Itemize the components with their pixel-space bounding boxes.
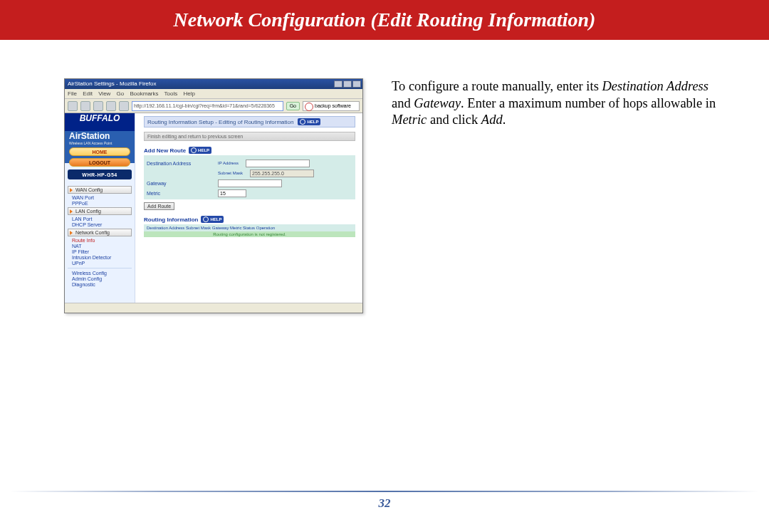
- home-button[interactable]: HOME: [69, 147, 130, 156]
- sidebar-item-wan-config[interactable]: WAN Config: [68, 186, 132, 194]
- brand-logo: BUFFALO: [65, 113, 135, 131]
- sidebar-item-wireless[interactable]: Wireless Config: [68, 271, 132, 276]
- window-buttons: [334, 79, 362, 89]
- add-route-button[interactable]: Add Route: [144, 202, 174, 210]
- browser-screenshot: AirStation Settings - Mozilla Firefox Fi…: [64, 78, 363, 313]
- finish-bar[interactable]: Finish editing and return to previous sc…: [144, 132, 355, 141]
- mask-mini-label: Subnet Mask: [218, 171, 243, 175]
- window-title-text: AirStation Settings - Mozilla Firefox: [68, 79, 157, 89]
- gateway-label: Gateway: [147, 181, 211, 186]
- panel-title-text: Routing Information Setup - Editing of R…: [147, 119, 293, 125]
- desc-1i: .: [503, 113, 506, 127]
- routing-info-label: Routing Information: [144, 217, 198, 223]
- help-badge[interactable]: HELP: [298, 118, 320, 125]
- address-bar[interactable]: http://192.168.11.1/cgi-bin/cgi?req=frm&…: [132, 101, 283, 111]
- stop-icon[interactable]: [106, 101, 116, 111]
- menu-go[interactable]: Go: [117, 90, 125, 97]
- ip-mini-label: IP Address: [218, 161, 239, 165]
- minimize-icon[interactable]: [334, 80, 342, 88]
- home-icon[interactable]: [119, 101, 129, 111]
- browser-toolbar: http://192.168.11.1/cgi-bin/cgi?req=frm&…: [65, 99, 362, 113]
- ip-input[interactable]: [246, 160, 310, 167]
- sidebar-item-ip-filter[interactable]: IP Filter: [68, 249, 132, 254]
- menu-bookmarks[interactable]: Bookmarks: [130, 90, 159, 97]
- desc-1c: and: [392, 96, 414, 110]
- sidebar-item-lan-port[interactable]: LAN Port: [68, 217, 132, 221]
- brand-subtitle: Wireless LAN Access Point: [65, 141, 135, 145]
- sidebar-separator: [68, 268, 132, 268]
- sidebar-item-pppoe[interactable]: PPPoE: [68, 201, 132, 206]
- routing-table-header: Destination Address Subnet Mask Gateway …: [144, 224, 355, 231]
- add-route-section: Add New Route HELP: [144, 147, 355, 154]
- model-badge: WHR-HP-G54: [68, 169, 132, 179]
- routing-info-section: Routing Information HELP: [144, 216, 355, 223]
- desc-gateway: Gateway: [414, 96, 461, 110]
- sidebar-item-diagnostic[interactable]: Diagnostic: [68, 282, 132, 287]
- desc-metric: Metric: [392, 113, 427, 127]
- routing-table-empty: Routing configuration is not registered.: [144, 231, 355, 237]
- page-title: Network Configuration (Edit Routing Info…: [174, 9, 596, 31]
- sidebar-item-intrusion[interactable]: Intrusion Detector: [68, 255, 132, 260]
- search-input[interactable]: backup software: [303, 101, 360, 111]
- maximize-icon[interactable]: [343, 80, 352, 88]
- sidebar-nav: WAN Config WAN Port PPPoE LAN Config LAN…: [68, 184, 132, 288]
- content: AirStation Settings - Mozilla Firefox Fi…: [64, 78, 726, 313]
- page-header: Network Configuration (Edit Routing Info…: [0, 0, 769, 40]
- window-titlebar: AirStation Settings - Mozilla Firefox: [65, 79, 362, 89]
- go-button[interactable]: Go: [286, 102, 300, 110]
- help-badge-ri[interactable]: HELP: [201, 216, 224, 223]
- forward-icon[interactable]: [80, 101, 90, 111]
- sidebar-item-dhcp-server[interactable]: DHCP Server: [68, 222, 132, 227]
- menu-help[interactable]: Help: [184, 90, 195, 97]
- help-badge-addroute[interactable]: HELP: [189, 147, 211, 154]
- sidebar-item-admin[interactable]: Admin Config: [68, 276, 132, 281]
- dest-label: Destination Address: [147, 161, 211, 166]
- panel-title: Routing Information Setup - Editing of R…: [144, 116, 355, 127]
- add-route-form: Destination Address IP Address Subnet Ma…: [144, 155, 355, 199]
- metric-label: Metric: [147, 191, 211, 196]
- sidebar-item-nat[interactable]: NAT: [68, 244, 132, 249]
- close-icon[interactable]: [352, 80, 361, 88]
- sidebar-item-wan-port[interactable]: WAN Port: [68, 195, 132, 200]
- brand-name: AirStation: [65, 131, 135, 141]
- browser-menubar: File Edit View Go Bookmarks Tools Help: [65, 89, 362, 99]
- menu-edit[interactable]: Edit: [83, 90, 93, 97]
- sidebar-item-route-info[interactable]: Route Info: [68, 238, 132, 243]
- metric-input[interactable]: [218, 189, 246, 197]
- sidebar-item-network-config[interactable]: Network Config: [68, 229, 132, 236]
- sidebar-item-lan-config[interactable]: LAN Config: [68, 207, 132, 215]
- menu-tools[interactable]: Tools: [164, 90, 178, 97]
- desc-1e: . Enter a maximum number of hops allowab…: [461, 96, 716, 110]
- browser-statusbar: [65, 303, 362, 313]
- mask-input[interactable]: [250, 169, 314, 177]
- back-icon[interactable]: [68, 101, 78, 111]
- sidebar-item-upnp[interactable]: UPnP: [68, 261, 132, 266]
- desc-dest: Destination Address: [602, 79, 708, 93]
- desc-add: Add: [481, 113, 503, 127]
- menu-view[interactable]: View: [98, 90, 110, 97]
- reload-icon[interactable]: [93, 101, 103, 111]
- gateway-input[interactable]: [218, 179, 282, 187]
- desc-1a: To configure a route manually, enter its: [392, 79, 602, 93]
- page-footer: 32: [10, 491, 759, 519]
- description-paragraph: To configure a route manually, enter its…: [392, 78, 726, 129]
- logout-button[interactable]: LOGOUT: [69, 158, 130, 167]
- footer-rule: [10, 491, 759, 492]
- router-sidebar: BUFFALO AirStation Wireless LAN Access P…: [65, 113, 135, 303]
- router-main: Routing Information Setup - Editing of R…: [135, 113, 362, 303]
- page-number: 32: [10, 496, 759, 511]
- menu-file[interactable]: File: [68, 90, 77, 97]
- add-route-label: Add New Route: [144, 147, 186, 154]
- desc-1g: and click: [427, 113, 481, 127]
